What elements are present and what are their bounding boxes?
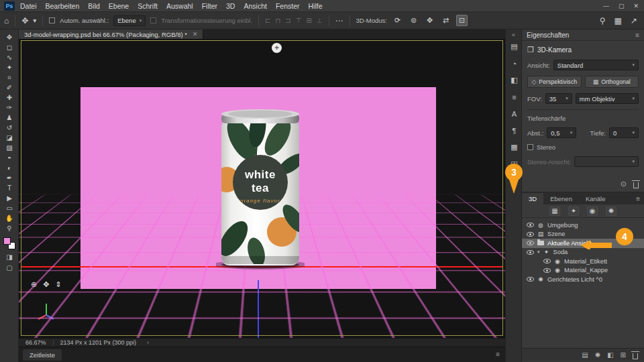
filter-scene-icon[interactable]: ▦ (549, 206, 560, 216)
new-item-icon[interactable]: ⊞ (621, 351, 626, 359)
tool-quick-selection[interactable]: ✦ (0, 62, 19, 72)
minimize-button[interactable]: — (603, 3, 609, 9)
align-bottom-icon[interactable]: ⊥ (317, 17, 323, 24)
maximize-button[interactable]: ▢ (619, 3, 625, 9)
tool-healing-brush[interactable]: ✚ (0, 93, 19, 103)
tool-crop[interactable]: ⌗ (0, 72, 19, 82)
tool-dodge[interactable]: ◐ (0, 163, 19, 173)
filter-meshes-icon[interactable]: ✦ (568, 206, 579, 216)
fov-unit-dropdown[interactable]: mm Objektiv ▾ (576, 93, 639, 104)
expand-caret-icon[interactable]: ▾ (537, 249, 540, 255)
move-tool-icon[interactable]: ✥ (21, 17, 28, 25)
orbit-widget-icon[interactable]: ⊕ (31, 280, 37, 289)
close-button[interactable]: ✕ (633, 3, 639, 9)
3d-pan-icon[interactable]: ✥ (424, 15, 435, 26)
tab-ebenen[interactable]: Ebenen (543, 193, 579, 204)
menu-auswahl[interactable]: Auswahl (166, 2, 193, 10)
document-tab[interactable]: 3d-model-wrapping.psd bei 66.67% (Packag… (19, 29, 203, 39)
visibility-eye-icon[interactable] (527, 241, 534, 245)
tool-blur[interactable]: ◓ (0, 153, 19, 163)
tab-3d[interactable]: 3D (522, 193, 543, 204)
panel-menu-icon[interactable]: ≡ (636, 195, 640, 202)
menu-bild[interactable]: Bild (88, 2, 100, 10)
tool-zoom[interactable]: ⚲ (0, 223, 19, 233)
panel-menu-icon[interactable]: ≡ (635, 32, 639, 39)
canvas-viewport[interactable]: white tea orange flavor ✛ ⊕ ✥ ⇕ (19, 39, 505, 338)
share-icon[interactable]: ↗ (631, 16, 637, 25)
home-icon[interactable]: ⌂ (4, 17, 9, 25)
reset-view-icon[interactable]: ⊙ (621, 180, 627, 188)
tool-eraser[interactable]: ◪ (0, 133, 19, 143)
list-item-szene[interactable]: ▤ Szene (522, 230, 644, 239)
visibility-eye-icon[interactable] (527, 232, 534, 237)
quick-mask-icon[interactable]: ◨ (0, 251, 19, 262)
view-dropdown[interactable]: Standard ▾ (553, 60, 639, 70)
tab-kanaele[interactable]: Kanäle (579, 193, 612, 204)
tool-brush[interactable]: ✑ (0, 103, 19, 113)
swatches-panel-icon[interactable]: ▦ (506, 139, 523, 156)
visibility-eye-icon[interactable] (527, 250, 534, 255)
menu-filter[interactable]: Filter (202, 2, 217, 10)
visibility-eye-icon[interactable] (543, 268, 551, 273)
adjustments-panel-icon[interactable]: ◧ (506, 72, 523, 88)
character-panel-icon[interactable]: A (506, 105, 523, 122)
auto-select-checkbox[interactable] (49, 17, 55, 23)
close-tab-icon[interactable]: ✕ (193, 31, 198, 38)
tool-lasso[interactable]: ∿ (0, 52, 19, 62)
distribute-icon[interactable]: ⊞ (306, 17, 311, 24)
more-options-icon[interactable]: ⋯ (335, 17, 343, 25)
histogram-panel-icon[interactable]: ▤ (506, 38, 523, 55)
3d-slide-icon[interactable]: ⇄ (440, 15, 451, 26)
tool-shape[interactable]: ▭ (0, 203, 19, 213)
menu-datei[interactable]: Datei (20, 2, 37, 10)
screen-mode-icon[interactable]: ▢ (0, 262, 19, 273)
camera-widget-icon[interactable]: ✛ (272, 43, 282, 53)
visibility-eye-icon[interactable] (543, 259, 551, 263)
list-item-material-kappe[interactable]: ◉ Material_Kappe (522, 266, 644, 276)
tool-history-brush[interactable]: ↺ (0, 123, 19, 133)
distance-dropdown[interactable]: 0,5 ▾ (547, 127, 576, 138)
align-center-icon[interactable]: ⊓ (276, 17, 281, 24)
menu-ebene[interactable]: Ebene (109, 2, 129, 10)
3d-roll-icon[interactable]: ⊚ (408, 15, 419, 26)
zoom-level[interactable]: 66.67% (25, 339, 46, 346)
delete-icon[interactable] (633, 182, 639, 188)
menu-bearbeiten[interactable]: Bearbeiten (46, 2, 80, 10)
3d-orbit-icon[interactable]: ⟳ (392, 15, 403, 26)
menu-3d[interactable]: 3D (226, 2, 235, 10)
list-item-gerichtetes-licht[interactable]: ✺ Gerichtetes Licht ^0 (522, 275, 644, 284)
tool-type[interactable]: T (0, 183, 19, 193)
stereo-checkbox[interactable] (527, 144, 533, 150)
menu-fenster[interactable]: Fenster (276, 2, 300, 10)
align-top-icon[interactable]: ⊤ (296, 17, 302, 24)
list-item-material-etikett[interactable]: ◉ Material_Etikett (522, 257, 644, 266)
filter-materials-icon[interactable]: ◉ (587, 206, 598, 216)
visibility-eye-icon[interactable] (527, 223, 534, 227)
chevron-right-icon[interactable]: › (147, 339, 149, 346)
tool-eyedropper[interactable]: ✐ (0, 82, 19, 93)
menu-hilfe[interactable]: Hilfe (309, 2, 323, 10)
list-item-aktuelle-ansicht[interactable]: Aktuelle Ansicht (522, 239, 644, 248)
depth-dropdown[interactable]: 0 ▾ (609, 127, 639, 138)
visibility-eye-icon[interactable] (527, 277, 534, 282)
soda-can-3d-model[interactable]: white tea orange flavor (216, 101, 305, 269)
perspective-button[interactable]: ◇ Perspektivisch (527, 76, 582, 88)
foreground-color-swatch[interactable] (3, 237, 11, 245)
transform-controls-checkbox[interactable] (150, 17, 156, 23)
tool-clone-stamp[interactable]: ♟ (0, 113, 19, 123)
list-item-umgebung[interactable]: ◍ Umgebung (522, 221, 644, 230)
axis-gizmo[interactable] (36, 300, 56, 320)
align-right-icon[interactable]: ⊐ (285, 17, 290, 24)
tool-pen[interactable]: ✒ (0, 173, 19, 183)
panel-menu-icon[interactable]: ≡ (496, 351, 500, 358)
delete-icon[interactable] (633, 353, 638, 359)
search-icon[interactable]: ⚲ (600, 16, 606, 25)
menu-schrift[interactable]: Schrift (138, 2, 158, 10)
align-left-icon[interactable]: ⊏ (265, 17, 270, 24)
tool-gradient[interactable]: ▨ (0, 143, 19, 153)
menu-ansicht[interactable]: Ansicht (244, 2, 266, 10)
tool-move[interactable]: ✥ (0, 32, 19, 42)
3d-dolly-icon[interactable]: ⊡ (456, 15, 468, 26)
workspace-icon[interactable]: ▦ (614, 16, 622, 25)
dolly-widget-icon[interactable]: ⇕ (55, 280, 61, 289)
